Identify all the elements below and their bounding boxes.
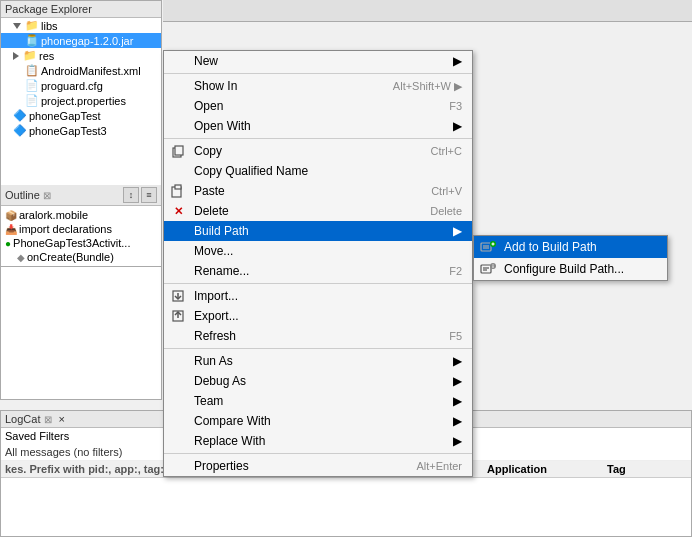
menu-item-show-in[interactable]: Show In Alt+Shift+W ▶ <box>164 76 472 96</box>
build-path-submenu: Add to Build Path Configure Build Path..… <box>473 235 668 281</box>
menu-item-label: Properties <box>194 459 249 473</box>
log-close-button[interactable]: × <box>58 413 64 425</box>
project-explorer-header: Package Explorer <box>1 1 161 18</box>
menu-separator <box>164 283 472 284</box>
outline-icon: ⊠ <box>43 190 51 201</box>
tree-item-jar[interactable]: 🫙 phonegap-1.2.0.jar <box>1 33 161 48</box>
menu-item-label: Build Path <box>194 224 249 238</box>
menu-shortcut: Alt+Enter <box>416 460 462 472</box>
context-menu: New ▶ Show In Alt+Shift+W ▶ Open F3 Open… <box>163 50 473 477</box>
tree-item-label: AndroidManifest.xml <box>41 65 141 77</box>
tree-item-label: phoneGapTest <box>29 110 101 122</box>
menu-item-label: Export... <box>194 309 239 323</box>
outline-item-label: aralork.mobile <box>19 209 88 221</box>
menu-item-export[interactable]: Export... <box>164 306 472 326</box>
tree-item-label: res <box>39 50 54 62</box>
menu-item-copy-qualified[interactable]: Copy Qualified Name <box>164 161 472 181</box>
menu-item-debug-as[interactable]: Debug As ▶ <box>164 371 472 391</box>
menu-item-run-as[interactable]: Run As ▶ <box>164 351 472 371</box>
submenu-arrow-icon: ▶ <box>453 414 462 428</box>
expand-icon <box>13 23 21 29</box>
menu-item-properties[interactable]: Properties Alt+Enter <box>164 456 472 476</box>
submenu-arrow-icon: ▶ <box>453 54 462 68</box>
outline-sort-button[interactable]: ↕ <box>123 187 139 203</box>
submenu-arrow-icon: ▶ <box>453 354 462 368</box>
menu-item-open[interactable]: Open F3 <box>164 96 472 116</box>
outline-item-imports[interactable]: 📥 import declarations <box>1 222 161 236</box>
menu-shortcut: Ctrl+V <box>431 185 462 197</box>
submenu-arrow-icon: ▶ <box>453 224 462 238</box>
add-build-path-icon <box>478 239 498 255</box>
saved-filters-label: Saved Filters <box>5 430 69 442</box>
outline-panel: Outline ⊠ ↕ ≡ 📦 aralork.mobile 📥 import … <box>0 185 162 267</box>
outline-content: 📦 aralork.mobile 📥 import declarations ●… <box>1 206 161 266</box>
menu-item-label: Move... <box>194 244 233 258</box>
menu-separator <box>164 73 472 74</box>
menu-item-label: Rename... <box>194 264 249 278</box>
menu-item-compare-with[interactable]: Compare With ▶ <box>164 411 472 431</box>
outline-item-method[interactable]: ◆ onCreate(Bundle) <box>1 250 161 264</box>
imports-icon: 📥 <box>5 224 17 235</box>
menu-item-label: Copy <box>194 144 222 158</box>
menu-item-label: Run As <box>194 354 233 368</box>
tree-item-label: project.properties <box>41 95 126 107</box>
menu-item-delete[interactable]: ✕ Delete Delete <box>164 201 472 221</box>
submenu-item-configure-build-path[interactable]: Configure Build Path... <box>474 258 667 280</box>
svg-rect-14 <box>481 265 491 273</box>
outline-item-label: onCreate(Bundle) <box>27 251 114 263</box>
outline-title: Outline <box>5 189 40 201</box>
menu-item-paste[interactable]: Paste Ctrl+V <box>164 181 472 201</box>
delete-icon: ✕ <box>168 205 188 218</box>
outline-item-label: PhoneGapTest3Activit... <box>13 237 130 249</box>
package-icon: 📦 <box>5 210 17 221</box>
menu-item-label: New <box>194 54 218 68</box>
menu-item-copy[interactable]: Copy Ctrl+C <box>164 141 472 161</box>
menu-item-new[interactable]: New ▶ <box>164 51 472 71</box>
menu-item-label: Paste <box>194 184 225 198</box>
menu-item-team[interactable]: Team ▶ <box>164 391 472 411</box>
submenu-arrow-icon: ▶ <box>453 119 462 133</box>
tree-item-manifest[interactable]: 📋 AndroidManifest.xml <box>1 63 161 78</box>
svg-rect-3 <box>175 185 181 189</box>
tree-item-label: libs <box>41 20 58 32</box>
editor-tab-bar <box>163 0 692 22</box>
file-icon: 📄 <box>25 94 39 107</box>
file-icon: 📄 <box>25 79 39 92</box>
tree-item-label: phonegap-1.2.0.jar <box>41 35 133 47</box>
menu-item-label: Open <box>194 99 223 113</box>
tree-item-phonegaptest3[interactable]: 🔷 phoneGapTest3 <box>1 123 161 138</box>
menu-item-label: Compare With <box>194 414 271 428</box>
tree-item-libs[interactable]: 📁 libs <box>1 18 161 33</box>
menu-item-build-path[interactable]: Build Path ▶ <box>164 221 472 241</box>
menu-item-open-with[interactable]: Open With ▶ <box>164 116 472 136</box>
tree-item-proguard[interactable]: 📄 proguard.cfg <box>1 78 161 93</box>
outline-filter-button[interactable]: ≡ <box>141 187 157 203</box>
submenu-item-add-to-build-path[interactable]: Add to Build Path <box>474 236 667 258</box>
tree-item-res[interactable]: 📁 res <box>1 48 161 63</box>
tree-item-project-props[interactable]: 📄 project.properties <box>1 93 161 108</box>
project-icon: 🔷 <box>13 109 27 122</box>
menu-shortcut: F3 <box>449 100 462 112</box>
menu-item-label: Delete <box>194 204 229 218</box>
class-icon: ● <box>5 238 11 249</box>
menu-shortcut: F5 <box>449 330 462 342</box>
menu-item-replace-with[interactable]: Replace With ▶ <box>164 431 472 451</box>
logcat-icon: ⊠ <box>44 414 52 425</box>
menu-item-label: Import... <box>194 289 238 303</box>
menu-item-import[interactable]: Import... <box>164 286 472 306</box>
outline-item-package[interactable]: 📦 aralork.mobile <box>1 208 161 222</box>
menu-item-refresh[interactable]: Refresh F5 <box>164 326 472 346</box>
col-header-application: Application <box>487 463 607 475</box>
project-explorer-title: Package Explorer <box>5 3 92 15</box>
method-icon: ◆ <box>17 252 25 263</box>
menu-item-label: Copy Qualified Name <box>194 164 308 178</box>
outline-item-class[interactable]: ● PhoneGapTest3Activit... <box>1 236 161 250</box>
collapse-icon <box>13 52 19 60</box>
submenu-arrow-icon: ▶ <box>453 394 462 408</box>
menu-item-move[interactable]: Move... <box>164 241 472 261</box>
menu-shortcut: Delete <box>430 205 462 217</box>
menu-item-rename[interactable]: Rename... F2 <box>164 261 472 281</box>
all-messages-label: All messages (no filters) <box>5 446 122 458</box>
tree-item-phonegaptest[interactable]: 🔷 phoneGapTest <box>1 108 161 123</box>
menu-shortcut: Ctrl+C <box>431 145 462 157</box>
